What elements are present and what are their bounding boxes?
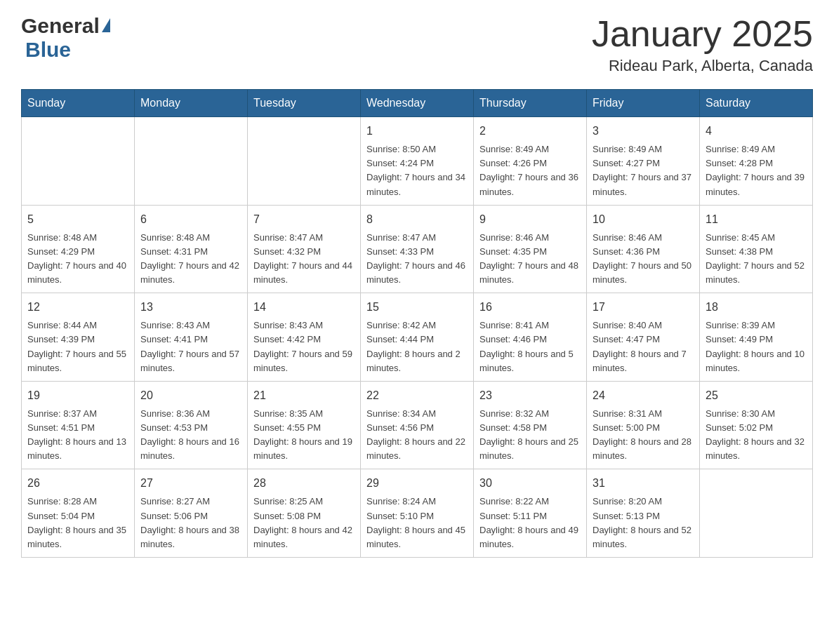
calendar-week-row: 26Sunrise: 8:28 AMSunset: 5:04 PMDayligh…	[22, 469, 813, 558]
day-number: 25	[706, 387, 807, 404]
day-number: 15	[366, 299, 468, 316]
calendar-day-27: 27Sunrise: 8:27 AMSunset: 5:06 PMDayligh…	[135, 469, 248, 558]
day-info: Sunrise: 8:36 AMSunset: 4:53 PMDaylight:…	[140, 407, 241, 464]
calendar-day-14: 14Sunrise: 8:43 AMSunset: 4:42 PMDayligh…	[248, 293, 361, 382]
calendar-week-row: 19Sunrise: 8:37 AMSunset: 4:51 PMDayligh…	[22, 381, 813, 469]
day-number: 10	[593, 211, 694, 228]
day-info: Sunrise: 8:43 AMSunset: 4:41 PMDaylight:…	[140, 318, 241, 375]
calendar-day-19: 19Sunrise: 8:37 AMSunset: 4:51 PMDayligh…	[22, 381, 135, 469]
calendar-day-3: 3Sunrise: 8:49 AMSunset: 4:27 PMDaylight…	[587, 117, 700, 206]
day-number: 16	[479, 299, 581, 316]
day-info: Sunrise: 8:39 AMSunset: 4:49 PMDaylight:…	[706, 318, 807, 375]
logo-blue-text: Blue	[25, 38, 71, 62]
day-info: Sunrise: 8:49 AMSunset: 4:26 PMDaylight:…	[479, 142, 581, 199]
calendar-day-12: 12Sunrise: 8:44 AMSunset: 4:39 PMDayligh…	[22, 293, 135, 382]
day-number: 2	[479, 123, 581, 140]
calendar-day-1: 1Sunrise: 8:50 AMSunset: 4:24 PMDaylight…	[361, 117, 474, 206]
day-number: 18	[706, 299, 807, 316]
day-number: 11	[706, 211, 807, 228]
calendar-day-4: 4Sunrise: 8:49 AMSunset: 4:28 PMDaylight…	[700, 117, 813, 206]
calendar-empty-cell	[248, 117, 361, 206]
weekday-header-thursday: Thursday	[474, 90, 587, 117]
day-number: 13	[140, 299, 241, 316]
day-number: 3	[593, 123, 694, 140]
calendar-day-2: 2Sunrise: 8:49 AMSunset: 4:26 PMDaylight…	[474, 117, 587, 206]
day-info: Sunrise: 8:30 AMSunset: 5:02 PMDaylight:…	[706, 407, 807, 464]
day-number: 12	[27, 299, 128, 316]
logo: General Blue	[21, 14, 110, 62]
day-number: 4	[706, 123, 807, 140]
day-info: Sunrise: 8:50 AMSunset: 4:24 PMDaylight:…	[366, 142, 468, 199]
day-number: 19	[27, 387, 128, 404]
weekday-header-friday: Friday	[587, 90, 700, 117]
day-info: Sunrise: 8:44 AMSunset: 4:39 PMDaylight:…	[27, 318, 128, 375]
day-info: Sunrise: 8:49 AMSunset: 4:27 PMDaylight:…	[593, 142, 694, 199]
day-info: Sunrise: 8:48 AMSunset: 4:31 PMDaylight:…	[140, 231, 241, 288]
calendar-day-13: 13Sunrise: 8:43 AMSunset: 4:41 PMDayligh…	[135, 293, 248, 382]
day-info: Sunrise: 8:47 AMSunset: 4:32 PMDaylight:…	[253, 231, 355, 288]
day-info: Sunrise: 8:35 AMSunset: 4:55 PMDaylight:…	[253, 407, 355, 464]
logo-triangle-icon	[102, 18, 110, 32]
day-info: Sunrise: 8:34 AMSunset: 4:56 PMDaylight:…	[366, 407, 468, 464]
day-number: 17	[593, 299, 694, 316]
calendar-day-31: 31Sunrise: 8:20 AMSunset: 5:13 PMDayligh…	[587, 469, 700, 558]
calendar-day-20: 20Sunrise: 8:36 AMSunset: 4:53 PMDayligh…	[135, 381, 248, 469]
calendar-day-28: 28Sunrise: 8:25 AMSunset: 5:08 PMDayligh…	[248, 469, 361, 558]
calendar-day-11: 11Sunrise: 8:45 AMSunset: 4:38 PMDayligh…	[700, 205, 813, 293]
location-title: Rideau Park, Alberta, Canada	[592, 57, 813, 75]
day-number: 20	[140, 387, 241, 404]
day-number: 14	[253, 299, 355, 316]
calendar-day-22: 22Sunrise: 8:34 AMSunset: 4:56 PMDayligh…	[361, 381, 474, 469]
day-number: 7	[253, 211, 355, 228]
calendar-day-5: 5Sunrise: 8:48 AMSunset: 4:29 PMDaylight…	[22, 205, 135, 293]
day-number: 24	[593, 387, 694, 404]
day-info: Sunrise: 8:32 AMSunset: 4:58 PMDaylight:…	[479, 407, 581, 464]
day-info: Sunrise: 8:25 AMSunset: 5:08 PMDaylight:…	[253, 495, 355, 551]
calendar-day-17: 17Sunrise: 8:40 AMSunset: 4:47 PMDayligh…	[587, 293, 700, 382]
calendar-day-16: 16Sunrise: 8:41 AMSunset: 4:46 PMDayligh…	[474, 293, 587, 382]
day-info: Sunrise: 8:46 AMSunset: 4:36 PMDaylight:…	[593, 231, 694, 288]
weekday-header-saturday: Saturday	[700, 90, 813, 117]
calendar-week-row: 5Sunrise: 8:48 AMSunset: 4:29 PMDaylight…	[22, 205, 813, 293]
day-number: 27	[140, 475, 241, 492]
day-number: 9	[479, 211, 581, 228]
day-number: 30	[479, 475, 581, 492]
day-info: Sunrise: 8:41 AMSunset: 4:46 PMDaylight:…	[479, 318, 581, 375]
day-number: 5	[27, 211, 128, 228]
calendar-empty-cell	[135, 117, 248, 206]
title-section: January 2025 Rideau Park, Alberta, Canad…	[592, 14, 813, 75]
weekday-header-row: SundayMondayTuesdayWednesdayThursdayFrid…	[22, 90, 813, 117]
calendar-day-6: 6Sunrise: 8:48 AMSunset: 4:31 PMDaylight…	[135, 205, 248, 293]
day-info: Sunrise: 8:37 AMSunset: 4:51 PMDaylight:…	[27, 407, 128, 464]
day-number: 22	[366, 387, 468, 404]
calendar-day-29: 29Sunrise: 8:24 AMSunset: 5:10 PMDayligh…	[361, 469, 474, 558]
calendar-day-9: 9Sunrise: 8:46 AMSunset: 4:35 PMDaylight…	[474, 205, 587, 293]
day-info: Sunrise: 8:31 AMSunset: 5:00 PMDaylight:…	[593, 407, 694, 464]
calendar-day-8: 8Sunrise: 8:47 AMSunset: 4:33 PMDaylight…	[361, 205, 474, 293]
day-info: Sunrise: 8:24 AMSunset: 5:10 PMDaylight:…	[366, 495, 468, 551]
calendar-empty-cell	[700, 469, 813, 558]
day-info: Sunrise: 8:49 AMSunset: 4:28 PMDaylight:…	[706, 142, 807, 199]
day-number: 28	[253, 475, 355, 492]
day-number: 8	[366, 211, 468, 228]
month-title: January 2025	[592, 14, 813, 54]
calendar-day-24: 24Sunrise: 8:31 AMSunset: 5:00 PMDayligh…	[587, 381, 700, 469]
day-info: Sunrise: 8:28 AMSunset: 5:04 PMDaylight:…	[27, 495, 128, 551]
day-info: Sunrise: 8:20 AMSunset: 5:13 PMDaylight:…	[593, 495, 694, 551]
calendar-day-26: 26Sunrise: 8:28 AMSunset: 5:04 PMDayligh…	[22, 469, 135, 558]
page-header: General Blue January 2025 Rideau Park, A…	[21, 14, 813, 75]
calendar-day-10: 10Sunrise: 8:46 AMSunset: 4:36 PMDayligh…	[587, 205, 700, 293]
day-info: Sunrise: 8:46 AMSunset: 4:35 PMDaylight:…	[479, 231, 581, 288]
calendar-empty-cell	[22, 117, 135, 206]
calendar-day-7: 7Sunrise: 8:47 AMSunset: 4:32 PMDaylight…	[248, 205, 361, 293]
calendar-day-23: 23Sunrise: 8:32 AMSunset: 4:58 PMDayligh…	[474, 381, 587, 469]
weekday-header-monday: Monday	[135, 90, 248, 117]
logo-general-text: General	[21, 14, 100, 38]
day-info: Sunrise: 8:22 AMSunset: 5:11 PMDaylight:…	[479, 495, 581, 551]
calendar-day-18: 18Sunrise: 8:39 AMSunset: 4:49 PMDayligh…	[700, 293, 813, 382]
weekday-header-wednesday: Wednesday	[361, 90, 474, 117]
day-number: 1	[366, 123, 468, 140]
calendar-day-30: 30Sunrise: 8:22 AMSunset: 5:11 PMDayligh…	[474, 469, 587, 558]
weekday-header-tuesday: Tuesday	[248, 90, 361, 117]
day-number: 6	[140, 211, 241, 228]
